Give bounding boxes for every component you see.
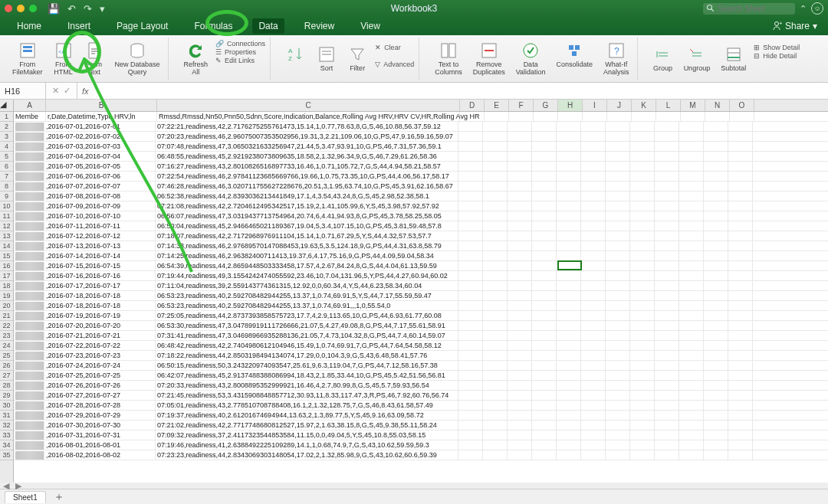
cell[interactable] bbox=[458, 261, 483, 270]
cell[interactable] bbox=[606, 172, 630, 181]
cell[interactable] bbox=[728, 361, 753, 370]
cell[interactable] bbox=[581, 191, 606, 201]
cell[interactable]: ,2016-07-22,2016-07-22 bbox=[44, 341, 156, 350]
cell[interactable] bbox=[704, 440, 728, 450]
cell[interactable] bbox=[630, 191, 655, 201]
cell[interactable] bbox=[581, 132, 606, 141]
cell[interactable] bbox=[458, 381, 483, 390]
cell[interactable] bbox=[679, 421, 704, 430]
cell[interactable] bbox=[581, 411, 606, 420]
cell[interactable] bbox=[581, 201, 606, 211]
table-row[interactable]: ,2016-07-16,2016-07-1607:19:44,readiness… bbox=[14, 271, 828, 281]
undo-icon[interactable]: ↶ bbox=[67, 3, 76, 15]
cell[interactable]: ,2016-07-21,2016-07-21 bbox=[44, 331, 156, 340]
cell[interactable] bbox=[679, 221, 704, 231]
cell[interactable] bbox=[581, 251, 606, 260]
cell[interactable] bbox=[655, 391, 679, 400]
cell[interactable] bbox=[508, 301, 532, 310]
cell[interactable] bbox=[508, 401, 532, 410]
cell[interactable] bbox=[581, 440, 606, 450]
cell[interactable] bbox=[15, 431, 44, 440]
worksheet-grid[interactable]: ◢ABCDEFGHIJKLMNO 12345678910111213141516… bbox=[0, 100, 828, 483]
table-row[interactable]: ,2016-07-13,2016-07-1307:14:33,readiness… bbox=[14, 241, 828, 251]
table-row[interactable]: ,2016-08-01,2016-08-0107:19:46,readiness… bbox=[14, 440, 828, 450]
cell[interactable] bbox=[679, 201, 704, 211]
cell[interactable] bbox=[655, 241, 679, 250]
new-database-query-button[interactable]: New Database Query bbox=[112, 40, 163, 78]
cell[interactable] bbox=[15, 411, 44, 420]
cell[interactable] bbox=[509, 112, 534, 121]
cell[interactable] bbox=[681, 112, 705, 121]
cell[interactable] bbox=[704, 182, 728, 191]
cell[interactable] bbox=[728, 371, 753, 380]
cell[interactable] bbox=[728, 301, 753, 310]
cell[interactable]: Membe bbox=[14, 112, 46, 121]
row-header[interactable]: 16 bbox=[0, 261, 13, 271]
column-header-F[interactable]: F bbox=[509, 100, 534, 111]
table-row[interactable]: ,2016-07-20,2016-07-2006:53:30,readiness… bbox=[14, 321, 828, 331]
cell[interactable] bbox=[458, 331, 483, 340]
cell[interactable] bbox=[704, 261, 728, 270]
table-row[interactable]: ,2016-07-07,2016-07-0707:46:28,readiness… bbox=[14, 182, 828, 191]
show-detail-button[interactable]: ⊞Show Detail bbox=[754, 44, 800, 51]
cell[interactable] bbox=[532, 201, 557, 211]
cell[interactable] bbox=[655, 440, 679, 450]
save-icon[interactable]: 💾 bbox=[48, 3, 60, 15]
cell[interactable]: ,2016-07-11,2016-07-11 bbox=[44, 221, 156, 231]
cell[interactable] bbox=[655, 411, 679, 420]
cell[interactable] bbox=[557, 132, 581, 141]
cell[interactable] bbox=[458, 172, 483, 181]
cell[interactable] bbox=[655, 122, 679, 131]
cell[interactable]: 07:14:25,readiness,46,2.96382400711413,1… bbox=[156, 251, 458, 260]
row-header[interactable]: 28 bbox=[0, 381, 13, 391]
cell[interactable] bbox=[15, 222, 44, 231]
cell[interactable] bbox=[704, 341, 728, 350]
cell[interactable] bbox=[655, 162, 679, 171]
properties-button[interactable]: ☰Properties bbox=[215, 48, 265, 56]
cell[interactable] bbox=[728, 440, 753, 450]
cell[interactable] bbox=[581, 401, 606, 410]
cell[interactable] bbox=[656, 112, 681, 121]
cell[interactable] bbox=[15, 262, 44, 270]
cell[interactable] bbox=[679, 142, 704, 151]
column-header-B[interactable]: B bbox=[46, 100, 157, 111]
cell[interactable] bbox=[15, 332, 44, 340]
table-row[interactable]: ,2016-07-27,2016-07-2707:21:45,readiness… bbox=[14, 391, 828, 401]
cell[interactable] bbox=[15, 362, 44, 370]
cell[interactable] bbox=[485, 112, 509, 121]
cell[interactable] bbox=[704, 191, 728, 201]
row-header[interactable]: 1 bbox=[0, 112, 13, 122]
cell[interactable] bbox=[532, 351, 557, 360]
cell[interactable] bbox=[728, 381, 753, 390]
cell[interactable]: 07:21:02,readiness,42,2.7717748680812527… bbox=[156, 421, 458, 430]
cell[interactable]: 06:53:23,readiness,40,2.592708482944255,… bbox=[156, 301, 458, 310]
cell[interactable] bbox=[458, 281, 483, 290]
row-header[interactable]: 22 bbox=[0, 321, 13, 331]
advanced-button[interactable]: ▽Advanced bbox=[375, 61, 414, 68]
cell[interactable]: ,2016-07-05,2016-07-05 bbox=[44, 162, 156, 171]
cell[interactable] bbox=[458, 221, 483, 231]
cell[interactable] bbox=[15, 451, 44, 460]
table-row[interactable]: ,2016-07-31,2016-07-3107:09:32,readiness… bbox=[14, 430, 828, 440]
cell[interactable] bbox=[532, 331, 557, 340]
cell[interactable] bbox=[679, 291, 704, 300]
cell[interactable] bbox=[704, 221, 728, 231]
cell[interactable]: 07:09:32,readiness,37,2.4117323544853584… bbox=[156, 430, 458, 440]
cell[interactable] bbox=[630, 122, 655, 131]
cell[interactable] bbox=[458, 450, 483, 460]
cell[interactable] bbox=[458, 301, 483, 310]
row-header[interactable]: 20 bbox=[0, 301, 13, 311]
cell[interactable] bbox=[581, 351, 606, 360]
column-header-H[interactable]: H bbox=[558, 100, 583, 111]
cell[interactable] bbox=[679, 191, 704, 201]
cell[interactable] bbox=[15, 133, 44, 141]
tab-page-layout[interactable]: Page Layout bbox=[110, 18, 174, 34]
cell[interactable] bbox=[508, 440, 532, 450]
cell[interactable] bbox=[606, 391, 630, 400]
cell[interactable] bbox=[728, 251, 753, 260]
row-header[interactable]: 23 bbox=[0, 331, 13, 341]
cell[interactable] bbox=[704, 201, 728, 211]
cell[interactable] bbox=[458, 231, 483, 241]
row-header[interactable]: 21 bbox=[0, 311, 13, 321]
cell[interactable] bbox=[557, 191, 581, 201]
